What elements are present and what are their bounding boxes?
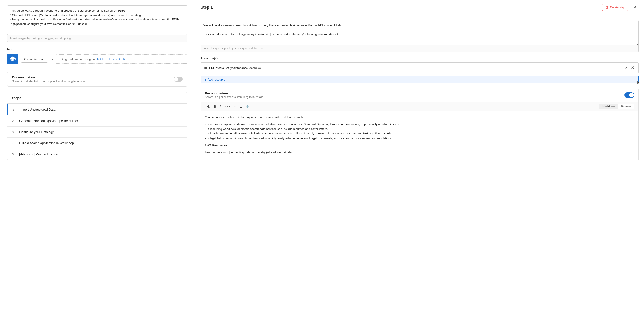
right-doc-title: Documentation — [205, 91, 263, 95]
close-panel-button[interactable]: ✕ — [631, 4, 638, 11]
resource-item-1: ⊞ PDF Media Set (Maintenance Manuals) ↗ … — [200, 62, 638, 73]
delete-step-label: Delete step — [610, 6, 625, 9]
step-number-4: 4 — [12, 142, 16, 145]
steps-section: Steps 1 Import Unstructured Data 2 Gener… — [7, 92, 188, 160]
image-drop-hint-left: Insert images by pasting or dragging and… — [7, 35, 188, 42]
header-actions: 🗑 Delete step ✕ — [602, 4, 638, 11]
resource-open-button[interactable]: ↗ — [624, 65, 628, 71]
step-item-5[interactable]: 5 [Advanced] Write a function — [8, 149, 187, 160]
documentation-sublabel: Shown in a dedicated overview panel to s… — [12, 80, 88, 83]
guide-description-textarea[interactable]: This guide walks through the end-to-end … — [7, 6, 188, 35]
add-resource-label: Add resource — [208, 78, 225, 81]
toolbar-code-button[interactable]: </> — [222, 104, 232, 109]
drag-drop-text: Drag and drop an image or — [60, 57, 96, 61]
doc-paragraph-2: - In customer support workflows, semanti… — [205, 122, 634, 141]
customize-icon-button[interactable]: Customize icon — [21, 56, 48, 63]
toolbar-italic-button[interactable]: I — [218, 104, 222, 109]
resource-name-1: PDF Media Set (Maintenance Manuals) — [209, 66, 621, 70]
documentation-section: Documentation Shown in a dedicated overv… — [7, 72, 188, 87]
step-title-5: [Advanced] Write a function — [19, 152, 58, 156]
right-documentation-toggle[interactable] — [624, 92, 634, 98]
plus-icon: + — [204, 78, 206, 81]
trash-icon: 🗑 — [606, 6, 609, 9]
left-panel: This guide walks through the end-to-end … — [0, 0, 195, 327]
step-item-1[interactable]: 1 Import Unstructured Data — [8, 104, 187, 115]
step-number-3: 3 — [12, 130, 16, 134]
toolbar-ordered-list-button[interactable]: ≣ — [238, 104, 244, 109]
step-number-1: 1 — [12, 108, 16, 111]
right-documentation-section: Documentation Shown in a panel stack to … — [200, 88, 638, 161]
icon-section-label: Icon — [7, 47, 188, 51]
step-item-3[interactable]: 3 Configure your Ontology — [8, 127, 187, 138]
toolbar-h1-button[interactable]: H₁ — [205, 104, 212, 109]
graduation-cap-icon — [10, 56, 16, 62]
doc-paragraph-1: You can also substitute this for any oth… — [205, 115, 634, 120]
step-image-drop-hint: Insert images by pasting or dragging and… — [200, 45, 638, 52]
select-file-link[interactable]: click here to select a file — [96, 57, 127, 61]
or-text: or — [50, 57, 53, 61]
doc-toolbar: H₁ B I </> ≡ ≣ 🔗 Markdown Preview — [201, 102, 638, 111]
step-title-2: Generate embeddings via Pipeline builder — [19, 119, 78, 123]
markdown-tab[interactable]: Markdown — [599, 104, 618, 109]
toolbar-bold-button[interactable]: B — [212, 104, 218, 109]
icon-section: Customize icon or Drag and drop an image… — [7, 54, 188, 64]
toolbar-bullet-list-button[interactable]: ≡ — [232, 104, 237, 109]
step-title-right: Step 1 — [200, 5, 213, 10]
cursor-icon — [636, 81, 641, 85]
resource-remove-button[interactable]: ✕ — [630, 65, 635, 71]
doc-mode-tabs: Markdown Preview — [599, 104, 634, 109]
resource-item-actions: ↗ ✕ — [624, 65, 635, 71]
right-panel: Step 1 🗑 Delete step ✕ We will build a s… — [195, 0, 644, 327]
delete-step-button[interactable]: 🗑 Delete step — [602, 4, 628, 11]
right-doc-subtitle: Shown in a panel stack to store long for… — [205, 96, 263, 99]
step-description-textarea[interactable]: We will build a semantic search workflow… — [200, 20, 638, 45]
right-panel-header: Step 1 🗑 Delete step ✕ — [195, 0, 644, 15]
resource-type-icon: ⊞ — [204, 66, 207, 70]
preview-tab[interactable]: Preview — [618, 104, 634, 109]
documentation-toggle[interactable] — [174, 77, 183, 82]
steps-header: Steps — [8, 92, 187, 104]
doc-resources-heading: #### Resources — [205, 143, 634, 148]
step-title-4: Build a search application in Workshop — [19, 141, 74, 145]
add-resource-button[interactable]: + Add resource — [200, 76, 638, 84]
step-title-3: Configure your Ontology — [19, 130, 54, 134]
step-title-1: Import Unstructured Data — [20, 108, 55, 111]
documentation-info: Documentation Shown in a dedicated overv… — [12, 76, 88, 83]
step-item-4[interactable]: 4 Build a search application in Workshop — [8, 138, 187, 149]
doc-paragraph-3: Learn more about [connecting data to Fou… — [205, 150, 634, 155]
right-panel-body: We will build a semantic search workflow… — [195, 15, 644, 170]
documentation-label: Documentation — [12, 76, 88, 79]
toolbar-link-button[interactable]: 🔗 — [244, 104, 251, 109]
icon-preview — [7, 54, 18, 64]
step-number-2: 2 — [12, 119, 16, 123]
doc-content: You can also substitute this for any oth… — [201, 111, 638, 161]
right-doc-info: Documentation Shown in a panel stack to … — [205, 91, 263, 99]
step-number-5: 5 — [12, 153, 16, 156]
resources-label: Resource(s) — [200, 57, 638, 60]
right-doc-header: Documentation Shown in a panel stack to … — [201, 88, 638, 102]
drag-drop-area[interactable]: Drag and drop an image or click here to … — [56, 55, 188, 64]
step-item-2[interactable]: 2 Generate embeddings via Pipeline build… — [8, 115, 187, 127]
